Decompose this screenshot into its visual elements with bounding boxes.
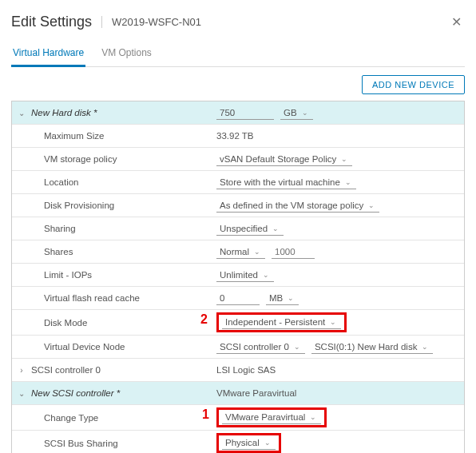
dialog-subtitle: W2019-WSFC-N01	[101, 16, 201, 28]
chevron-down-icon: ⌄	[263, 271, 269, 279]
vdn-slot-value: SCSI(0:1) New Hard disk	[315, 342, 417, 352]
chevron-down-icon: ⌄	[302, 109, 308, 117]
storage-policy-value: vSAN Default Storage Policy	[220, 154, 336, 164]
header-left: Edit Settings W2019-WSFC-N01	[11, 14, 201, 30]
row-sharing: Sharing Unspecified⌄	[12, 217, 464, 240]
chevron-down-icon: ⌄	[272, 225, 279, 232]
shares-value-input	[272, 245, 315, 259]
location-select[interactable]: Store with the virtual machine⌄	[216, 176, 356, 189]
change-type-label: Change Type	[31, 413, 98, 423]
chevron-down-icon: ⌄	[345, 178, 351, 186]
tab-bar: Virtual Hardware VM Options	[11, 42, 465, 67]
disk-size-unit-value: GB	[284, 108, 297, 117]
vdn-controller-select[interactable]: SCSI controller 0⌄	[216, 340, 305, 354]
chevron-down-icon: ⌄	[254, 248, 260, 256]
chevron-down-icon: ⌄	[294, 343, 300, 351]
disk-size-input[interactable]	[216, 106, 274, 120]
chevron-down-icon: ⌄	[422, 343, 428, 351]
row-scsi-controller-0: › SCSI controller 0 LSI Logic SAS	[12, 359, 464, 382]
disk-size-unit-select[interactable]: GB⌄	[280, 106, 313, 120]
limit-iops-label: Limit - IOPs	[31, 270, 92, 280]
provisioning-select[interactable]: As defined in the VM storage policy⌄	[216, 199, 379, 213]
limit-iops-select[interactable]: Unlimited⌄	[216, 268, 274, 282]
provisioning-value: As defined in the VM storage policy	[220, 201, 363, 210]
new-scsi-label: New SCSI controller *	[31, 388, 120, 398]
row-limit-iops: Limit - IOPs Unlimited⌄	[12, 264, 464, 287]
highlight-change-type: VMware Paravirtual⌄	[216, 407, 327, 427]
vdn-controller-value: SCSI controller 0	[220, 342, 289, 352]
tab-vm-options[interactable]: VM Options	[100, 42, 153, 66]
row-disk-mode: Disk Mode 2 Independent - Persistent⌄	[12, 310, 464, 336]
location-value: Store with the virtual machine	[220, 177, 340, 187]
chevron-down-icon: ⌄	[310, 413, 316, 421]
change-type-select[interactable]: VMware Paravirtual⌄	[222, 411, 321, 424]
toolbar: ADD NEW DEVICE	[11, 67, 465, 101]
row-maximum-size: Maximum Size 33.92 TB	[12, 125, 464, 148]
location-label: Location	[31, 177, 78, 187]
row-change-type: Change Type 1 VMware Paravirtual⌄	[12, 405, 464, 431]
settings-list: ⌄ New Hard disk * GB⌄ Maximum Size 33.92…	[11, 101, 465, 453]
flash-cache-unit-select[interactable]: MB⌄	[266, 292, 299, 305]
provisioning-label: Disk Provisioning	[31, 201, 114, 210]
shares-level-select[interactable]: Normal⌄	[216, 245, 265, 259]
add-new-device-button[interactable]: ADD NEW DEVICE	[362, 75, 465, 94]
scsi0-value: LSI Logic SAS	[216, 365, 276, 375]
disk-mode-label: Disk Mode	[31, 318, 87, 328]
row-new-scsi-controller: ⌄ New SCSI controller * VMware Paravirtu…	[12, 382, 464, 405]
row-flash-cache: Virtual flash read cache MB⌄	[12, 287, 464, 310]
maximum-size-label: Maximum Size	[31, 131, 104, 141]
chevron-down-icon: ⌄	[264, 439, 271, 447]
annotation-one: 1	[202, 407, 209, 422]
chevron-down-icon[interactable]: ⌄	[18, 109, 25, 117]
new-hard-disk-label: New Hard disk *	[31, 108, 97, 117]
sharing-select[interactable]: Unspecified⌄	[216, 222, 284, 236]
disk-mode-value: Independent - Persistent	[225, 317, 325, 327]
chevron-down-icon[interactable]: ⌄	[18, 389, 25, 398]
row-provisioning: Disk Provisioning As defined in the VM s…	[12, 194, 464, 217]
chevron-down-icon: ⌄	[368, 201, 375, 209]
row-virtual-device-node: Virtual Device Node SCSI controller 0⌄ S…	[12, 336, 464, 359]
change-type-value: VMware Paravirtual	[225, 412, 305, 422]
tab-virtual-hardware[interactable]: Virtual Hardware	[11, 42, 85, 67]
annotation-two: 2	[200, 312, 208, 327]
row-shares: Shares Normal⌄	[12, 240, 464, 264]
chevron-down-icon: ⌄	[288, 294, 294, 302]
chevron-down-icon: ⌄	[341, 155, 347, 163]
vdn-label: Virtual Device Node	[31, 342, 125, 352]
chevron-right-icon[interactable]: ›	[20, 366, 22, 375]
row-location: Location Store with the virtual machine⌄	[12, 171, 464, 194]
flash-cache-unit-value: MB	[269, 293, 283, 303]
flash-cache-label: Virtual flash read cache	[31, 293, 140, 303]
new-scsi-value: VMware Paravirtual	[216, 388, 296, 398]
shares-label: Shares	[31, 247, 73, 256]
chevron-down-icon: ⌄	[330, 318, 336, 326]
storage-policy-select[interactable]: vSAN Default Storage Policy⌄	[216, 153, 352, 166]
row-storage-policy: VM storage policy vSAN Default Storage P…	[12, 148, 464, 171]
edit-settings-dialog: Edit Settings W2019-WSFC-N01 ✕ Virtual H…	[0, 0, 476, 453]
sharing-label: Sharing	[31, 224, 76, 233]
highlight-disk-mode: Independent - Persistent⌄	[216, 312, 347, 332]
dialog-title: Edit Settings	[11, 14, 92, 30]
sharing-value: Unspecified	[220, 224, 268, 233]
storage-policy-label: VM storage policy	[31, 154, 117, 164]
disk-mode-select[interactable]: Independent - Persistent⌄	[222, 316, 341, 329]
row-bus-sharing: SCSI Bus Sharing Physical⌄	[12, 431, 464, 453]
maximum-size-value: 33.92 TB	[216, 131, 253, 141]
bus-sharing-select[interactable]: Physical⌄	[222, 436, 276, 450]
vdn-slot-select[interactable]: SCSI(0:1) New Hard disk⌄	[311, 340, 433, 354]
bus-sharing-label: SCSI Bus Sharing	[31, 439, 118, 448]
scsi0-label: SCSI controller 0	[31, 365, 101, 375]
bus-sharing-value: Physical	[225, 438, 260, 447]
dialog-header: Edit Settings W2019-WSFC-N01 ✕	[11, 8, 465, 41]
highlight-bus-sharing: Physical⌄	[216, 433, 281, 453]
flash-cache-input[interactable]	[216, 292, 260, 305]
limit-iops-value: Unlimited	[220, 270, 258, 280]
shares-level-value: Normal	[220, 247, 249, 256]
close-icon[interactable]: ✕	[448, 11, 465, 33]
row-new-hard-disk: ⌄ New Hard disk * GB⌄	[12, 101, 464, 125]
